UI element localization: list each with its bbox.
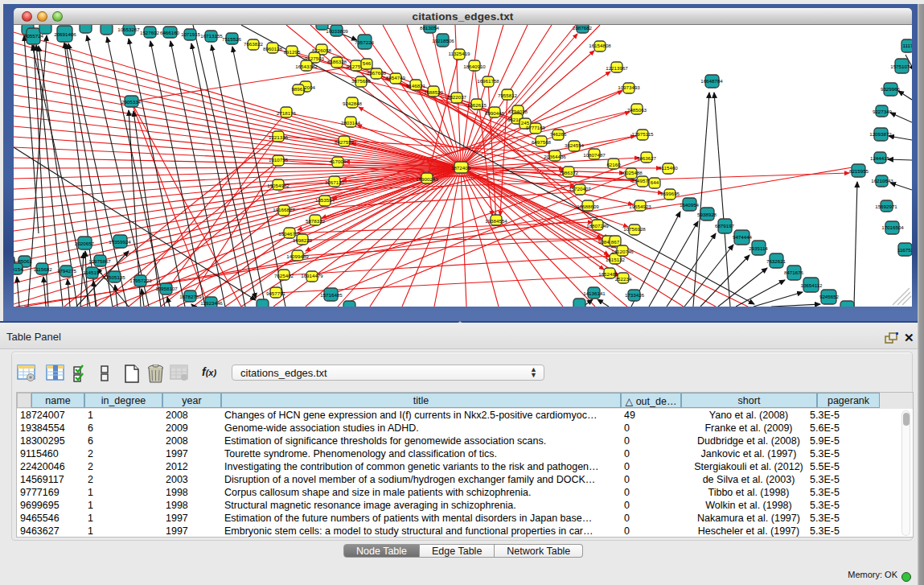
svg-text:1794275: 1794275: [57, 268, 77, 274]
svg-text:3875685: 3875685: [351, 78, 372, 84]
svg-text:9115460: 9115460: [659, 165, 678, 171]
svg-text:15900243: 15900243: [416, 176, 438, 182]
svg-text:2935114: 2935114: [749, 245, 768, 251]
svg-text:1733426: 1733426: [625, 292, 645, 298]
svg-text:644: 644: [651, 179, 659, 185]
svg-text:1010755: 1010755: [269, 157, 289, 163]
svg-text:2367608: 2367608: [367, 70, 387, 76]
svg-text:8215955: 8215955: [849, 168, 869, 174]
svg-text:12093872: 12093872: [869, 131, 892, 137]
svg-text:18807249: 18807249: [586, 223, 609, 229]
svg-text:16713155: 16713155: [200, 33, 223, 39]
svg-text:10688609: 10688609: [577, 204, 599, 209]
svg-text:12213967: 12213967: [606, 65, 628, 71]
svg-text:252234: 252234: [615, 276, 632, 282]
svg-text:8186328: 8186328: [327, 59, 347, 64]
svg-text:1071915: 1071915: [181, 31, 201, 37]
svg-text:3624554: 3624554: [565, 142, 585, 148]
svg-text:9777169: 9777169: [526, 125, 546, 130]
svg-text:16782759: 16782759: [179, 294, 202, 299]
svg-text:7625402: 7625402: [274, 273, 294, 278]
svg-text:10973493: 10973493: [618, 84, 640, 90]
svg-text:9474444: 9474444: [733, 234, 753, 240]
svg-text:8960128: 8960128: [263, 46, 283, 51]
svg-text:1244415: 1244415: [870, 155, 890, 161]
svg-text:19054982: 19054982: [267, 183, 290, 188]
svg-text:891295: 891295: [284, 49, 301, 55]
svg-text:15716485: 15716485: [320, 292, 343, 298]
svg-text:62160: 62160: [606, 162, 621, 167]
svg-text:9227349: 9227349: [873, 109, 893, 114]
svg-text:3267130: 3267130: [325, 179, 345, 185]
svg-text:2020657: 2020657: [75, 241, 95, 246]
svg-text:14136141: 14136141: [583, 290, 606, 296]
svg-text:116753: 116753: [897, 247, 912, 253]
svg-text:2905334: 2905334: [121, 99, 142, 105]
svg-text:9146821: 9146821: [406, 83, 426, 89]
svg-text:10756928: 10756928: [623, 226, 646, 232]
svg-text:7485063: 7485063: [627, 107, 647, 113]
svg-text:9463627: 9463627: [637, 155, 657, 161]
svg-text:867: 867: [611, 239, 620, 245]
svg-text:16210643: 16210643: [871, 178, 893, 183]
svg-text:9242848: 9242848: [343, 101, 363, 106]
svg-text:19384554: 19384554: [485, 218, 507, 224]
svg-text:9457791: 9457791: [266, 290, 286, 296]
svg-text:20691406: 20691406: [54, 31, 76, 37]
svg-text:12923446: 12923446: [200, 300, 223, 306]
svg-text:16543382: 16543382: [295, 64, 318, 69]
svg-text:19166827: 19166827: [273, 207, 295, 212]
svg-text:7632621: 7632621: [766, 258, 786, 264]
svg-text:10958107: 10958107: [155, 286, 178, 291]
svg-text:1362615: 1362615: [467, 102, 487, 108]
svg-text:1588520: 1588520: [424, 89, 444, 95]
svg-text:8471676: 8471676: [784, 270, 804, 275]
svg-text:5938928: 5938928: [697, 212, 717, 217]
svg-text:98961: 98961: [291, 86, 306, 92]
svg-text:17359924: 17359924: [109, 239, 131, 245]
svg-text:8990448: 8990448: [485, 110, 505, 116]
svg-text:19218506: 19218506: [432, 38, 454, 43]
svg-text:16154808: 16154808: [589, 43, 611, 48]
svg-text:16648784: 16648784: [700, 78, 723, 84]
svg-text:8813054: 8813054: [420, 25, 440, 31]
svg-text:6497568: 6497568: [532, 139, 552, 145]
svg-text:546: 546: [363, 60, 372, 66]
svg-text:10653267: 10653267: [117, 27, 140, 32]
svg-text:7955812: 7955812: [498, 93, 518, 98]
svg-text:8454749: 8454749: [386, 75, 406, 80]
svg-text:19654923: 19654923: [629, 204, 651, 209]
svg-text:12505135: 12505135: [103, 274, 125, 280]
svg-text:18640910: 18640910: [463, 64, 486, 69]
svg-text:2087682: 2087682: [573, 25, 593, 31]
svg-text:8427552: 8427552: [335, 139, 355, 145]
svg-text:9699695: 9699695: [660, 191, 680, 196]
svg-text:11325419: 11325419: [448, 51, 470, 56]
svg-text:10807487: 10807487: [583, 152, 606, 158]
svg-text:5878332: 5878332: [306, 218, 326, 224]
svg-text:9245652: 9245652: [819, 294, 840, 299]
svg-text:10025488: 10025488: [620, 170, 643, 175]
svg-text:417006: 417006: [330, 159, 347, 164]
svg-text:14120746: 14120746: [611, 249, 634, 254]
svg-text:1353594: 1353594: [315, 197, 335, 203]
svg-text:17957223: 17957223: [129, 278, 152, 283]
svg-text:10654112: 10654112: [800, 282, 823, 288]
svg-text:746266: 746266: [550, 131, 567, 137]
svg-text:1527602: 1527602: [140, 30, 160, 35]
svg-text:1221336: 1221336: [269, 134, 289, 140]
svg-text:9329966: 9329966: [881, 86, 901, 92]
svg-text:1640954: 1640954: [680, 202, 700, 208]
svg-text:14099489: 14099489: [286, 253, 309, 259]
svg-text:20364436: 20364436: [544, 154, 566, 159]
svg-text:16961758: 16961758: [477, 78, 499, 84]
svg-text:7515526: 7515526: [222, 36, 242, 42]
svg-text:1498220: 1498220: [293, 237, 313, 243]
svg-text:2803144: 2803144: [341, 120, 361, 126]
svg-text:15720407: 15720407: [569, 186, 591, 192]
svg-text:1117: 1117: [903, 43, 912, 48]
svg-text:7663822: 7663822: [244, 41, 264, 47]
svg-text:17016504: 17016504: [881, 225, 904, 230]
svg-text:39154: 39154: [14, 266, 23, 272]
svg-text:8322037: 8322037: [447, 94, 467, 100]
